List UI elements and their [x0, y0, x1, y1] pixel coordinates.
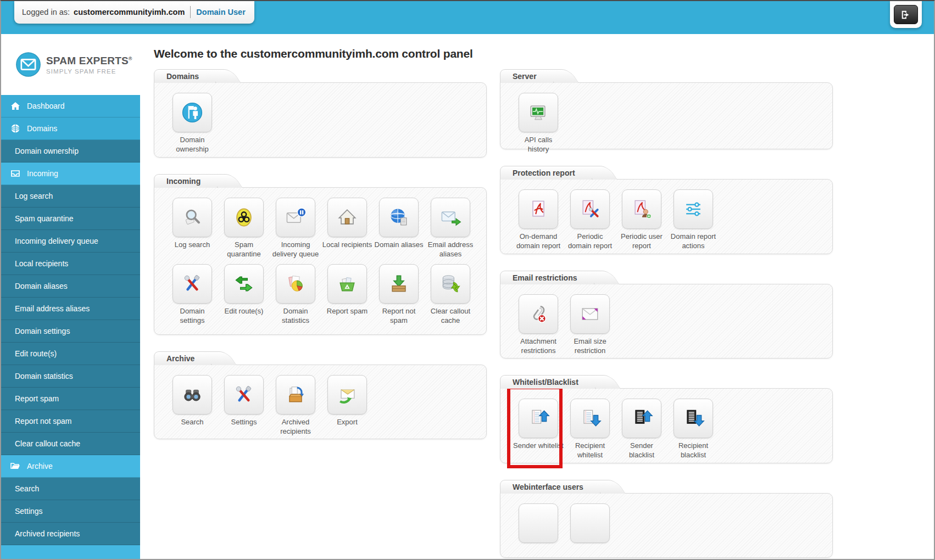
pdf-icon — [526, 197, 550, 221]
sidebar-item-archive[interactable]: Archive — [1, 455, 140, 478]
main-content: Welcome to the customercommunityimh.com … — [140, 34, 934, 560]
app-window: Logged in as: customercommunityimh.com D… — [0, 0, 935, 560]
badge-divider — [190, 6, 191, 18]
tile-domain-statistics[interactable]: Domain statistics — [270, 264, 321, 325]
tile-webinterface-user-2[interactable] — [564, 503, 616, 543]
house-icon — [335, 205, 359, 229]
sidebar-item-domain-settings[interactable]: Domain settings — [1, 320, 140, 343]
envelope-pause-icon — [283, 205, 308, 229]
sidebar-item-report-not-spam[interactable]: Report not spam — [1, 410, 140, 433]
brand-logo: SPAM EXPERTS® SIMPLY SPAM FREE — [1, 34, 140, 95]
route-arrows-icon — [232, 272, 256, 296]
role-link[interactable]: Domain User — [196, 8, 245, 16]
tile-domain-report-actions[interactable]: Domain report actions — [667, 189, 719, 250]
tools-icon — [180, 272, 204, 296]
sidebar-item-domain-aliases[interactable]: Domain aliases — [1, 275, 140, 298]
biohazard-icon — [232, 205, 256, 229]
logout-container — [890, 1, 922, 28]
sidebar-nav: Dashboard Domains Domain ownership Incom… — [1, 95, 140, 560]
tile-edit-routes[interactable]: Edit route(s) — [218, 264, 270, 325]
home-icon — [10, 101, 20, 111]
sidebar-item-archive-search[interactable]: Search — [1, 478, 140, 500]
tile-report-not-spam[interactable]: Report not spam — [373, 264, 425, 325]
person-flag-icon — [180, 100, 204, 125]
envelope-size-icon — [578, 302, 602, 326]
envelope-circle-icon — [15, 52, 41, 77]
sidebar-item-archive-settings[interactable]: Settings — [1, 500, 140, 523]
database-recycle-icon — [438, 272, 463, 296]
panel-whitelist-blacklist-tab: Whitelist/Blacklist — [500, 375, 595, 389]
tile-spam-quarantine[interactable]: Spam quarantine — [218, 198, 270, 259]
whitelist-up-icon — [526, 406, 550, 430]
tile-domain-ownership[interactable]: Domain ownership — [166, 93, 218, 154]
sidebar-item-domain-ownership[interactable]: Domain ownership — [1, 140, 140, 163]
panel-incoming: Incoming — [154, 174, 487, 335]
sidebar-item-clear-callout-cache[interactable]: Clear callout cache — [1, 433, 140, 455]
tile-log-search[interactable]: Log search — [166, 198, 218, 259]
sidebar: SPAM EXPERTS® SIMPLY SPAM FREE Dashboard… — [1, 34, 140, 560]
logout-icon — [900, 9, 912, 20]
tile-email-size-restriction[interactable]: Email size restriction — [564, 294, 616, 355]
statistics-pie-icon — [283, 272, 308, 296]
sidebar-item-domain-statistics[interactable]: Domain statistics — [1, 365, 140, 388]
magnifier-icon — [180, 205, 204, 229]
right-column: Server API calls — [500, 69, 833, 560]
tile-domain-aliases[interactable]: Domain aliases — [373, 198, 425, 259]
tile-archive-settings[interactable]: Settings — [218, 375, 270, 436]
tile-local-recipients[interactable]: Local recipients — [321, 198, 373, 259]
tile-incoming-delivery-queue[interactable]: Incoming delivery queue — [270, 198, 321, 259]
pdf-tools-icon — [578, 197, 602, 221]
tile-periodic-user-report[interactable]: Periodic user report — [616, 189, 667, 250]
sidebar-item-spam-quarantine[interactable]: Spam quarantine — [1, 208, 140, 230]
panel-whitelist-blacklist: Whitelist/Blacklist — [500, 375, 833, 463]
sidebar-item-partial[interactable] — [1, 545, 140, 560]
logged-in-domain: customercommunityimh.com — [74, 8, 185, 16]
tile-recipient-blacklist[interactable]: Recipient blacklist — [667, 399, 719, 460]
sidebar-item-log-search[interactable]: Log search — [1, 185, 140, 208]
sidebar-item-archived-recipients[interactable]: Archived recipients — [1, 523, 140, 545]
sidebar-item-email-address-aliases[interactable]: Email address aliases — [1, 298, 140, 320]
panel-archive: Archive Search — [154, 351, 487, 439]
topbar: Logged in as: customercommunityimh.com D… — [1, 1, 934, 34]
sidebar-item-domains[interactable]: Domains — [1, 117, 140, 140]
tile-webinterface-user-1[interactable] — [513, 503, 564, 543]
brand-text: SPAM EXPERTS® SIMPLY SPAM FREE — [46, 55, 132, 75]
panel-webinterface-users-tab: Webinterface users — [500, 480, 600, 494]
tile-attachment-restrictions[interactable]: Attachment restrictions — [513, 294, 564, 355]
panel-protection-report-tab: Protection report — [500, 166, 592, 180]
envelope-export-icon — [335, 383, 359, 407]
panel-email-restrictions: Email restrictions — [500, 271, 833, 359]
tools-icon — [232, 383, 256, 407]
logout-button[interactable] — [894, 5, 918, 24]
globe-doc-icon — [387, 205, 411, 229]
page-title: Welcome to the customercommunityimh.com … — [154, 47, 934, 60]
envelope-arrow-icon — [438, 205, 463, 229]
globe-icon — [10, 124, 20, 133]
panel-domains: Domains Domain owners — [154, 69, 487, 158]
sidebar-item-edit-routes[interactable]: Edit route(s) — [1, 343, 140, 365]
tile-report-spam[interactable]: Report spam — [321, 264, 373, 325]
sidebar-item-local-recipients[interactable]: Local recipients — [1, 253, 140, 275]
tile-recipient-whitelist[interactable]: Recipient whitelist — [564, 399, 616, 460]
tile-sender-blacklist[interactable]: Sender blacklist — [616, 399, 667, 460]
sidebar-item-incoming-delivery-queue[interactable]: Incoming delivery queue — [1, 230, 140, 253]
tile-archived-recipients[interactable]: Archived recipients — [270, 375, 321, 436]
sidebar-item-dashboard[interactable]: Dashboard — [1, 95, 140, 117]
sidebar-item-report-spam[interactable]: Report spam — [1, 388, 140, 410]
panel-email-restrictions-tab: Email restrictions — [500, 271, 594, 284]
sliders-icon — [681, 197, 705, 221]
tile-export[interactable]: Export — [321, 375, 373, 436]
recycle-box-icon — [335, 272, 359, 296]
panel-server: Server API calls — [500, 69, 833, 149]
tile-periodic-domain-report[interactable]: Periodic domain report — [564, 189, 616, 250]
tile-api-calls-history[interactable]: API calls history — [513, 93, 564, 154]
panel-webinterface-users: Webinterface users — [500, 480, 833, 558]
tile-sender-whitelist[interactable]: Sender whitelist — [513, 399, 564, 460]
tile-domain-settings[interactable]: Domain settings — [166, 264, 218, 325]
tile-on-demand-domain-report[interactable]: On-demand domain report — [513, 189, 564, 250]
panel-incoming-tab: Incoming — [154, 174, 218, 188]
sidebar-item-incoming[interactable]: Incoming — [1, 163, 140, 185]
tile-email-address-aliases[interactable]: Email address aliases — [425, 198, 476, 259]
tile-clear-callout-cache[interactable]: Clear callout cache — [425, 264, 476, 325]
tile-archive-search[interactable]: Search — [166, 375, 218, 436]
